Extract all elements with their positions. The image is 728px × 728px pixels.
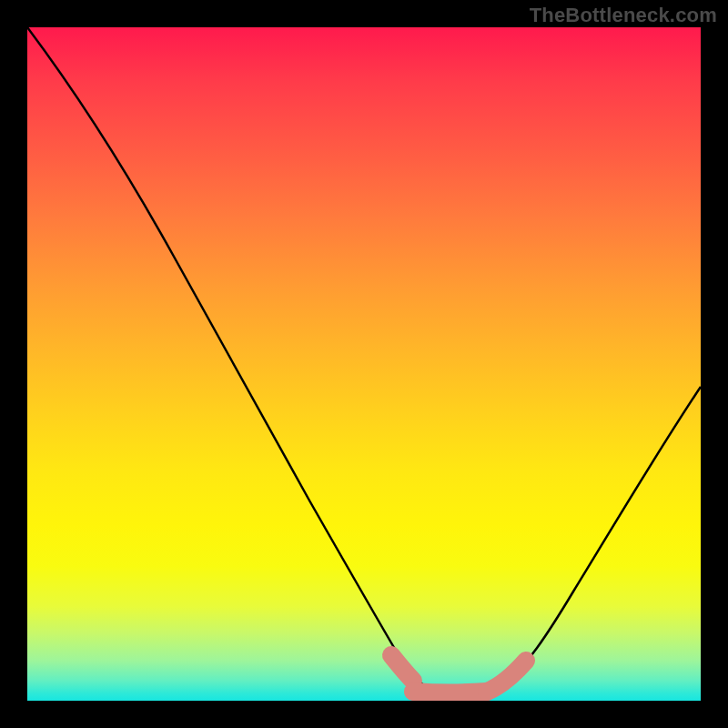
bottleneck-curve bbox=[27, 27, 701, 693]
optimal-band bbox=[391, 655, 526, 693]
plot-area bbox=[27, 27, 701, 701]
chart-svg bbox=[27, 27, 701, 701]
chart-frame: TheBottleneck.com bbox=[0, 0, 728, 728]
watermark-text: TheBottleneck.com bbox=[530, 4, 717, 27]
